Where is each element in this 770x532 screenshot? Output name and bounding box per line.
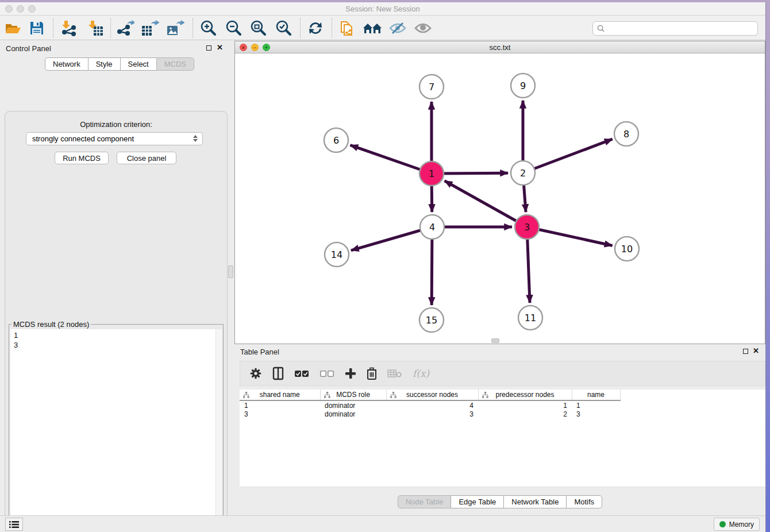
tab-select[interactable]: Select: [120, 57, 157, 71]
zoom-selected-button[interactable]: [274, 19, 293, 37]
import-network-button[interactable]: [59, 19, 78, 37]
close-panel-icon[interactable]: ✕: [217, 43, 223, 52]
tab-network-table[interactable]: Network Table: [503, 495, 567, 508]
select-all-checkboxes-icon[interactable]: [294, 370, 309, 377]
network-window-titlebar[interactable]: × − + scc.txt: [235, 41, 765, 53]
tab-edge-table[interactable]: Edge Table: [451, 495, 504, 508]
optimization-criterion-select[interactable]: strongly connected component: [26, 132, 203, 145]
control-panel: Control Panel ✕ Network Style Select MCD…: [0, 41, 232, 515]
zoom-fit-button[interactable]: [248, 19, 268, 37]
tab-motifs[interactable]: Motifs: [566, 495, 602, 508]
graph-node-7[interactable]: 7: [419, 75, 444, 99]
open-session-button[interactable]: [3, 19, 23, 37]
clone-network-button[interactable]: [337, 19, 357, 37]
node-table[interactable]: shared name MCDS role successor nodes pr…: [240, 390, 621, 419]
svg-text:15: 15: [426, 315, 437, 326]
window-title: Session: New Session: [0, 5, 765, 13]
settings-gear-icon[interactable]: [249, 367, 262, 380]
clone-network-icon: [339, 20, 355, 37]
svg-text:9: 9: [520, 80, 526, 91]
graph-node-1[interactable]: 1: [419, 161, 444, 186]
function-builder-icon: f(x): [413, 368, 429, 379]
zoom-out-button[interactable]: [224, 19, 243, 37]
delete-column-icon[interactable]: [367, 367, 377, 380]
hide-selected-button[interactable]: [388, 19, 407, 37]
graph-node-15[interactable]: 15: [419, 308, 444, 332]
vertical-splitter-handle[interactable]: [228, 265, 233, 278]
column-browser-icon[interactable]: [272, 367, 284, 380]
table-tabs: Node Table Edge Table Network Table Moti…: [234, 495, 765, 508]
application-window: Session: New Session: [0, 2, 766, 532]
graph-edge-2-8[interactable]: [523, 139, 613, 173]
tab-mcds[interactable]: MCDS: [156, 57, 194, 71]
tab-style[interactable]: Style: [88, 57, 121, 71]
horizontal-splitter-handle[interactable]: [491, 338, 499, 343]
column-header-shared-name[interactable]: shared name: [240, 390, 320, 400]
graph-node-14[interactable]: 14: [325, 242, 349, 267]
task-history-button[interactable]: [5, 518, 23, 531]
result-scrollbar[interactable]: [215, 329, 222, 532]
memory-label: Memory: [729, 521, 754, 529]
column-header-predecessor-nodes[interactable]: predecessor nodes: [478, 390, 572, 400]
export-network-button[interactable]: [116, 19, 135, 37]
network-canvas[interactable]: 7968124314101511: [235, 53, 765, 344]
svg-text:4: 4: [429, 222, 435, 233]
zoom-in-button[interactable]: [198, 19, 218, 37]
close-table-panel-icon[interactable]: ✕: [753, 346, 759, 355]
deselect-all-checkboxes-icon[interactable]: [319, 370, 334, 377]
delete-table-icon: [387, 369, 402, 378]
memory-button[interactable]: Memory: [714, 518, 760, 531]
graph-edge-3-1[interactable]: [445, 181, 527, 227]
mcds-result-list[interactable]: 1 3: [10, 329, 222, 532]
column-header-mcds-role[interactable]: MCDS role: [320, 390, 386, 400]
first-neighbors-button[interactable]: [363, 19, 382, 37]
show-all-button[interactable]: [413, 19, 433, 37]
graph-node-9[interactable]: 9: [511, 74, 535, 98]
list-icon: [9, 521, 19, 529]
memory-status-icon: [719, 521, 726, 527]
svg-text:3: 3: [524, 222, 530, 233]
eye-icon: [414, 21, 432, 35]
zoom-fit-icon: [249, 20, 267, 37]
graph-edge-1-6[interactable]: [351, 145, 432, 174]
save-session-button[interactable]: [27, 19, 47, 37]
import-table-button[interactable]: [85, 19, 105, 37]
main-toolbar: [0, 16, 765, 40]
graph-node-6[interactable]: 6: [324, 128, 348, 152]
search-icon: [597, 25, 605, 32]
tab-node-table[interactable]: Node Table: [398, 495, 452, 508]
column-header-name[interactable]: name: [572, 390, 620, 400]
export-table-button[interactable]: [140, 19, 160, 37]
hierarchy-icon: [482, 392, 488, 398]
float-panel-icon[interactable]: [206, 44, 211, 52]
graph-node-4[interactable]: 4: [420, 215, 444, 239]
table-row[interactable]: 3 dominator 3 2 3: [240, 410, 620, 419]
table-row[interactable]: 1 dominator 4 1 1: [240, 400, 620, 410]
svg-text:7: 7: [429, 82, 434, 92]
toolbar-separator: [192, 18, 193, 38]
refresh-icon: [307, 20, 324, 36]
tab-network[interactable]: Network: [45, 57, 88, 71]
search-input[interactable]: [607, 25, 757, 33]
graph-node-10[interactable]: 10: [615, 237, 639, 261]
close-panel-button[interactable]: Close panel: [117, 152, 176, 164]
export-network-icon: [116, 20, 134, 36]
status-bar: Memory: [0, 515, 765, 532]
column-header-successor-nodes[interactable]: successor nodes: [386, 390, 478, 400]
run-mcds-button[interactable]: Run MCDS: [55, 152, 109, 164]
refresh-layout-button[interactable]: [306, 19, 325, 37]
search-field[interactable]: [592, 21, 758, 36]
svg-text:2: 2: [520, 168, 526, 179]
chevron-updown-icon: [193, 135, 198, 142]
add-column-icon[interactable]: [345, 368, 356, 379]
export-image-button[interactable]: [165, 19, 185, 37]
graph-edge-3-10[interactable]: [527, 227, 613, 245]
graph-node-11[interactable]: 11: [518, 306, 542, 330]
float-table-panel-icon[interactable]: [743, 348, 748, 356]
zoom-out-icon: [225, 20, 242, 37]
graph-node-3[interactable]: 3: [515, 215, 539, 239]
graph-node-8[interactable]: 8: [614, 122, 638, 146]
graph-node-2[interactable]: 2: [511, 161, 535, 185]
toolbar-separator: [300, 18, 301, 38]
zoom-selected-icon: [275, 20, 292, 37]
